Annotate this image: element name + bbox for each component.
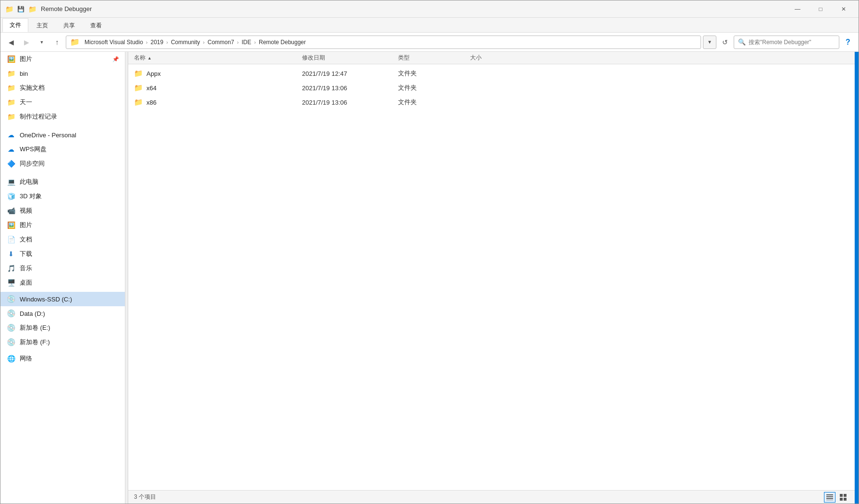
crumb-visual-studio[interactable]: Microsoft Visual Studio — [83, 38, 145, 47]
sidebar-item-network[interactable]: 🌐 网络 — [0, 351, 125, 366]
tab-home[interactable]: 主页 — [29, 19, 55, 32]
sidebar-item-docs[interactable]: 📁 实施文档 — [0, 81, 125, 95]
svg-rect-4 — [840, 494, 843, 497]
file-cell-type-appx: 文件夹 — [398, 69, 470, 78]
sidebar-item-pictures2[interactable]: 🖼️ 图片 — [0, 218, 125, 232]
crumb-ide[interactable]: IDE — [240, 38, 253, 47]
svg-rect-0 — [826, 494, 833, 495]
address-row: ◀ ▶ ▼ ↑ 📁 Microsoft Visual Studio › 2019… — [0, 33, 859, 52]
svg-rect-5 — [844, 494, 847, 497]
forward-button[interactable]: ▶ — [20, 36, 33, 49]
svg-rect-3 — [826, 500, 833, 501]
column-type[interactable]: 类型 — [398, 54, 470, 62]
tab-share[interactable]: 共享 — [56, 19, 82, 32]
sidebar-icon-data-d: 💿 — [6, 309, 16, 318]
sidebar-label-network: 网络 — [20, 354, 32, 363]
crumb-2019[interactable]: 2019 — [149, 38, 166, 47]
search-input[interactable] — [749, 39, 835, 46]
sidebar-item-bin[interactable]: 📁 bin — [0, 66, 125, 81]
sidebar-item-sync[interactable]: 🔷 同步空间 — [0, 156, 125, 171]
help-button[interactable]: ? — [841, 36, 855, 49]
file-list: 📁 Appx 2021/7/19 12:47 文件夹 📁 x64 2021/7/… — [128, 64, 855, 490]
sidebar-item-downloads[interactable]: ⬇ 下载 — [0, 247, 125, 261]
file-row-x86[interactable]: 📁 x86 2021/7/19 13:06 文件夹 — [128, 95, 855, 109]
column-type-label: 类型 — [398, 54, 410, 61]
sidebar-label-onedrive: OneDrive - Personal — [20, 132, 76, 139]
maximize-button[interactable]: □ — [810, 1, 832, 17]
back-button[interactable]: ◀ — [4, 36, 18, 49]
column-date-label: 修改日期 — [302, 54, 325, 61]
sidebar-item-3d[interactable]: 🧊 3D 对象 — [0, 189, 125, 204]
column-size[interactable]: 大小 — [470, 54, 518, 62]
up-button[interactable]: ↑ — [50, 36, 64, 49]
column-size-label: 大小 — [470, 54, 482, 61]
svg-rect-2 — [826, 498, 833, 499]
sidebar-label-downloads: 下载 — [20, 250, 32, 258]
sidebar-label-wps: WPS网盘 — [20, 145, 47, 154]
sidebar-label-3d: 3D 对象 — [20, 192, 42, 201]
sidebar-label-new-vol-e: 新加卷 (E:) — [20, 324, 50, 332]
crumb-sep-1: › — [146, 39, 148, 45]
view-icon-button[interactable] — [837, 492, 849, 503]
sidebar-item-desktop[interactable]: 🖥️ 桌面 — [0, 276, 125, 290]
sidebar-label-windows-ssd: Windows-SSD (C:) — [20, 296, 72, 303]
sidebar-item-tianyi[interactable]: 📁 天一 — [0, 95, 125, 109]
svg-rect-1 — [826, 496, 833, 497]
crumb-remote-debugger[interactable]: Remote Debugger — [257, 38, 308, 47]
file-row-x64[interactable]: 📁 x64 2021/7/19 13:06 文件夹 — [128, 81, 855, 95]
column-name[interactable]: 名称 ▲ — [134, 54, 302, 62]
status-right — [824, 492, 849, 503]
item-count: 3 个项目 — [134, 493, 156, 501]
window-title: Remote Debugger — [41, 5, 786, 12]
sidebar-item-onedrive[interactable]: ☁ OneDrive - Personal — [0, 128, 125, 142]
sidebar-item-documents[interactable]: 📄 文档 — [0, 232, 125, 247]
minimize-button[interactable]: — — [786, 1, 809, 17]
sidebar-icon-make-record: 📁 — [6, 112, 16, 121]
crumb-common7[interactable]: Common7 — [206, 38, 236, 47]
sidebar-item-new-vol-f[interactable]: 💿 新加卷 (F:) — [0, 335, 125, 349]
file-cell-name-appx: 📁 Appx — [134, 69, 302, 78]
sidebar-resize-handle[interactable] — [125, 52, 128, 504]
folder-icon-x86: 📁 — [134, 98, 143, 107]
search-box[interactable]: 🔍 — [734, 36, 839, 49]
crumb-sep-5: › — [254, 39, 256, 45]
breadcrumb: 📁 Microsoft Visual Studio › 2019 › Commu… — [70, 37, 308, 47]
tab-file[interactable]: 文件 — [2, 18, 28, 32]
dropdown-nav-button[interactable]: ▼ — [35, 36, 48, 49]
sidebar-item-windows-ssd[interactable]: 💿 Windows-SSD (C:) — [0, 292, 125, 306]
sidebar-icon-onedrive: ☁ — [6, 130, 16, 140]
address-bar[interactable]: 📁 Microsoft Visual Studio › 2019 › Commu… — [66, 36, 701, 49]
sidebar-item-wps[interactable]: ☁ WPS网盘 — [0, 142, 125, 156]
sidebar-label-new-vol-f: 新加卷 (F:) — [20, 338, 50, 347]
address-dropdown-button[interactable]: ▼ — [703, 36, 716, 49]
sidebar-icon-bin: 📁 — [6, 69, 16, 78]
folder-icon-1: 📁 — [4, 4, 14, 14]
file-cell-date-appx: 2021/7/19 12:47 — [302, 70, 398, 77]
crumb-community[interactable]: Community — [169, 38, 202, 47]
sidebar-item-pictures-pinned[interactable]: 🖼️ 图片 📌 — [0, 52, 125, 66]
sidebar-item-music[interactable]: 🎵 音乐 — [0, 261, 125, 276]
sidebar-icon-desktop: 🖥️ — [6, 278, 16, 288]
title-bar-icons: 📁 💾 📁 — [4, 4, 37, 14]
sidebar-icon-video: 📹 — [6, 206, 16, 216]
file-cell-date-x86: 2021/7/19 13:06 — [302, 99, 398, 106]
sidebar-item-video[interactable]: 📹 视频 — [0, 204, 125, 218]
refresh-button[interactable]: ↺ — [718, 36, 732, 49]
sidebar-item-data-d[interactable]: 💿 Data (D:) — [0, 306, 125, 321]
crumb-sep-4: › — [237, 39, 239, 45]
sidebar-item-this-pc[interactable]: 💻 此电脑 — [0, 175, 125, 189]
sidebar-item-make-record[interactable]: 📁 制作过程记录 — [0, 109, 125, 124]
file-row-appx[interactable]: 📁 Appx 2021/7/19 12:47 文件夹 — [128, 66, 855, 81]
sidebar-label-desktop: 桌面 — [20, 278, 32, 287]
sidebar-label-pictures-pinned: 图片 — [20, 55, 32, 63]
view-list-button[interactable] — [824, 492, 835, 503]
tab-view[interactable]: 查看 — [83, 19, 109, 32]
svg-rect-6 — [840, 498, 843, 501]
sidebar-label-video: 视频 — [20, 206, 32, 215]
column-date[interactable]: 修改日期 — [302, 54, 398, 62]
folder-icon-2: 📁 — [27, 4, 37, 14]
folder-icon-x64: 📁 — [134, 84, 143, 92]
sidebar-item-new-vol-e[interactable]: 💿 新加卷 (E:) — [0, 321, 125, 335]
folder-icon-appx: 📁 — [134, 69, 143, 78]
close-button[interactable]: ✕ — [833, 1, 855, 17]
